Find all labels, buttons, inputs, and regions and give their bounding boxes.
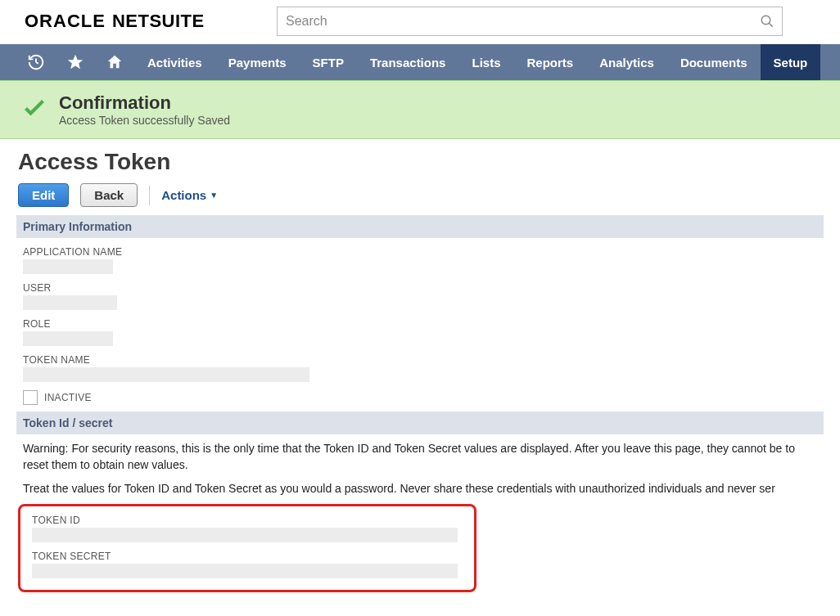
actions-label: Actions bbox=[161, 188, 206, 202]
search-wrap bbox=[277, 7, 783, 36]
actions-menu[interactable]: Actions ▼ bbox=[161, 188, 218, 202]
menu-sftp[interactable]: SFTP bbox=[300, 44, 357, 80]
label-inactive: INACTIVE bbox=[44, 392, 92, 403]
menu-documents[interactable]: Documents bbox=[667, 44, 761, 80]
label-role: ROLE bbox=[23, 318, 817, 330]
warning-line2: Treat the values for Token ID and Token … bbox=[18, 474, 822, 499]
logo-oracle: ORACLE bbox=[25, 11, 106, 32]
value-user bbox=[23, 295, 117, 310]
edit-button[interactable]: Edit bbox=[18, 183, 69, 207]
button-row: Edit Back Actions ▼ bbox=[18, 183, 822, 207]
value-token-id bbox=[32, 528, 458, 542]
token-highlight-box: TOKEN ID TOKEN SECRET bbox=[18, 504, 476, 592]
menu-setup[interactable]: Setup bbox=[761, 44, 821, 80]
svg-marker-4 bbox=[68, 55, 83, 69]
menu-analytics[interactable]: Analytics bbox=[586, 44, 667, 80]
confirmation-title: Confirmation bbox=[59, 92, 230, 114]
label-token-id: TOKEN ID bbox=[32, 515, 463, 526]
svg-line-1 bbox=[769, 23, 773, 27]
svg-point-0 bbox=[761, 16, 770, 25]
section-token-secret: Token Id / secret bbox=[16, 411, 824, 434]
label-token-name: TOKEN NAME bbox=[23, 354, 817, 366]
search-icon bbox=[760, 14, 775, 29]
value-role bbox=[23, 331, 113, 346]
value-token-name bbox=[23, 367, 309, 382]
back-button[interactable]: Back bbox=[80, 183, 138, 207]
section-primary-info: Primary Information bbox=[16, 215, 824, 238]
primary-info-fields: APPLICATION NAME USER ROLE TOKEN NAME IN… bbox=[18, 238, 822, 411]
topbar: ORACLE NETSUITE bbox=[0, 0, 840, 44]
favorites-icon[interactable] bbox=[56, 44, 95, 80]
warning-line1: Warning: For security reasons, this is t… bbox=[18, 434, 822, 474]
page-title: Access Token bbox=[18, 149, 822, 175]
logo: ORACLE NETSUITE bbox=[25, 11, 205, 32]
menu-transactions[interactable]: Transactions bbox=[357, 44, 459, 80]
home-icon[interactable] bbox=[95, 44, 134, 80]
history-icon[interactable] bbox=[16, 44, 56, 80]
page: Access Token Edit Back Actions ▼ Primary… bbox=[0, 139, 840, 610]
search-input[interactable] bbox=[277, 7, 783, 36]
confirmation-subtitle: Access Token successfully Saved bbox=[59, 114, 230, 127]
logo-netsuite: NETSUITE bbox=[112, 11, 205, 32]
confirmation-banner: Confirmation Access Token successfully S… bbox=[0, 80, 840, 139]
value-application-name bbox=[23, 259, 113, 274]
menubar: Activities Payments SFTP Transactions Li… bbox=[0, 44, 840, 80]
inactive-checkbox[interactable] bbox=[23, 390, 38, 405]
divider bbox=[149, 186, 150, 205]
label-application-name: APPLICATION NAME bbox=[23, 246, 817, 258]
menu-reports[interactable]: Reports bbox=[513, 44, 586, 80]
caret-down-icon: ▼ bbox=[210, 191, 218, 200]
menu-lists[interactable]: Lists bbox=[458, 44, 513, 80]
checkmark-icon bbox=[20, 95, 49, 124]
label-user: USER bbox=[23, 282, 817, 294]
menu-activities[interactable]: Activities bbox=[134, 44, 215, 80]
svg-line-3 bbox=[36, 62, 38, 64]
value-token-secret bbox=[32, 564, 458, 578]
label-token-secret: TOKEN SECRET bbox=[32, 551, 463, 562]
menu-payments[interactable]: Payments bbox=[215, 44, 300, 80]
